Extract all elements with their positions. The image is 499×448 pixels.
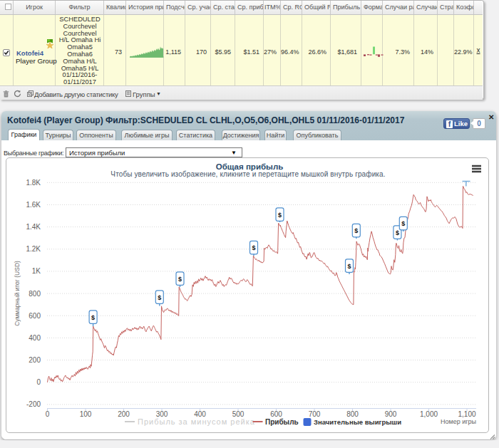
svg-text:Прибыль: Прибыль	[265, 418, 299, 426]
svg-text:$: $	[278, 212, 282, 219]
svg-text:1.6K: 1.6K	[26, 201, 41, 209]
svg-text:200: 200	[29, 356, 41, 364]
svg-text:700: 700	[309, 410, 321, 418]
svg-text:1.2K: 1.2K	[26, 245, 41, 253]
svg-text:Суммарный итог (USD): Суммарный итог (USD)	[14, 261, 21, 326]
svg-text:600: 600	[29, 312, 41, 320]
svg-text:0: 0	[36, 378, 41, 386]
svg-text:Прибыль за минусом рейка: Прибыль за минусом рейка	[138, 417, 255, 426]
svg-text:$: $	[178, 276, 182, 283]
svg-text:100: 100	[80, 410, 92, 418]
svg-text:$: $	[252, 244, 255, 251]
svg-text:0: 0	[46, 410, 50, 418]
svg-text:200: 200	[118, 410, 130, 418]
svg-text:$: $	[158, 294, 161, 301]
svg-text:400: 400	[29, 334, 41, 342]
svg-text:$: $	[347, 263, 351, 270]
svg-text:600: 600	[270, 410, 282, 418]
svg-text:$: $	[354, 227, 358, 234]
svg-text:$: $	[91, 314, 95, 321]
svg-text:1,100: 1,100	[458, 410, 475, 418]
svg-text:800: 800	[29, 290, 41, 298]
svg-text:900: 900	[385, 410, 397, 418]
svg-text:$: $	[396, 229, 399, 236]
svg-text:Значительные выигрыши: Значительные выигрыши	[314, 418, 401, 426]
svg-text:1.8K: 1.8K	[26, 179, 41, 187]
svg-text:Чтобы увеличить изображение, к: Чтобы увеличить изображение, кликните и …	[110, 170, 385, 178]
svg-text:1K: 1K	[32, 267, 41, 275]
svg-text:$: $	[401, 220, 405, 227]
svg-text:1.4K: 1.4K	[26, 223, 41, 231]
svg-text:800: 800	[346, 410, 359, 418]
svg-text:1,000: 1,000	[420, 410, 438, 418]
svg-text:Номер игры: Номер игры	[441, 418, 476, 425]
svg-text:-200: -200	[26, 400, 41, 408]
